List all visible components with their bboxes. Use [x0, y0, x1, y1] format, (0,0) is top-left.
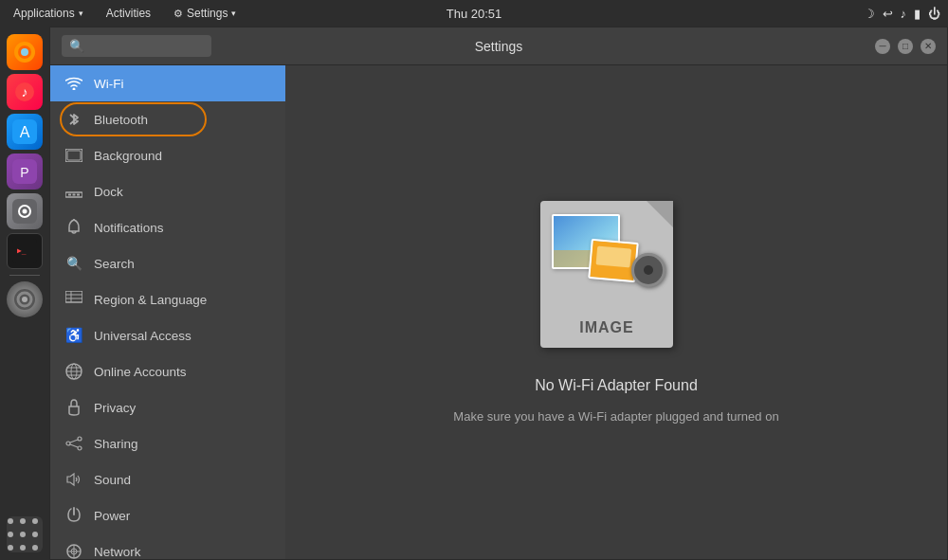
sound-icon: [65, 471, 82, 488]
no-wifi-subtitle: Make sure you have a Wi-Fi adapter plugg…: [453, 409, 778, 424]
svg-rect-19: [67, 151, 81, 160]
svg-rect-25: [65, 291, 82, 302]
applications-chevron: ▾: [79, 9, 83, 18]
doc-photos: [552, 214, 637, 280]
topbar: Applications ▾ Activities ⚙ Settings ▾ T…: [0, 0, 948, 27]
dock-firefox[interactable]: [7, 34, 43, 70]
power-label: Power: [94, 509, 270, 523]
minimize-button[interactable]: ─: [875, 39, 890, 54]
svg-text:A: A: [20, 124, 30, 140]
topbar-clock: Thu 20:51: [447, 7, 502, 21]
dock-divider: [9, 275, 40, 276]
doc-corner: [647, 201, 673, 227]
window-title: Settings: [475, 39, 523, 54]
battery-icon[interactable]: ▮: [914, 7, 921, 21]
dock-ring[interactable]: [7, 281, 43, 317]
universal-access-icon: ♿: [65, 327, 82, 344]
search-icon: 🔍: [69, 39, 84, 53]
sidebar-item-bluetooth[interactable]: Bluetooth: [50, 101, 285, 137]
power-icon[interactable]: ⏻: [928, 7, 940, 21]
sound-label: Sound: [94, 473, 270, 487]
network-label: Network: [94, 545, 270, 559]
notifications-icon: [65, 219, 82, 236]
sidebar-item-search[interactable]: 🔍 Search: [50, 245, 285, 281]
sidebar-item-universal-access[interactable]: ♿ Universal Access: [50, 317, 285, 353]
svg-point-35: [78, 446, 82, 450]
sidebar-item-sharing[interactable]: Sharing: [50, 425, 285, 461]
dock-icon-sidebar: [65, 183, 82, 200]
sidebar-item-sound[interactable]: Sound: [50, 461, 285, 497]
search-label: Search: [94, 257, 270, 271]
topbar-settings-menu[interactable]: ⚙ Settings ▾: [168, 5, 242, 22]
maximize-button[interactable]: □: [898, 39, 913, 54]
close-button[interactable]: ✕: [921, 39, 936, 54]
svg-rect-22: [73, 194, 76, 196]
no-wifi-title: No Wi-Fi Adapter Found: [535, 377, 698, 394]
dock-settings[interactable]: [7, 193, 43, 229]
main-panel: IMAGE No Wi-Fi Adapter Found Make sure y…: [285, 65, 947, 559]
bluetooth-icon: [65, 111, 82, 128]
svg-point-16: [22, 297, 27, 302]
dock-music[interactable]: ♪: [7, 74, 43, 110]
image-label-text: IMAGE: [579, 319, 633, 336]
settings-sidebar: Wi-Fi Bluetooth: [50, 65, 285, 559]
power-sidebar-icon: [65, 507, 82, 524]
photo-yellow: [588, 239, 638, 282]
svg-point-2: [21, 48, 28, 56]
dock-purple-app[interactable]: P: [7, 154, 43, 190]
topbar-applications[interactable]: Applications ▾: [8, 5, 89, 22]
svg-marker-39: [67, 474, 74, 485]
dock-appstore[interactable]: A: [7, 114, 43, 150]
svg-rect-52: [596, 245, 632, 267]
svg-text:P: P: [20, 165, 28, 180]
sidebar-item-online-accounts[interactable]: Online Accounts: [50, 353, 285, 389]
settings-menu-label: Settings: [187, 7, 228, 20]
sidebar-item-dock[interactable]: Dock: [50, 173, 285, 209]
wifi-icon: [65, 75, 82, 92]
notifications-label: Notifications: [94, 221, 270, 235]
sidebar-item-network[interactable]: Network: [50, 533, 285, 559]
svg-text:▶_: ▶_: [17, 246, 27, 255]
applications-label: Applications: [13, 7, 75, 20]
topbar-right: ☽ ↩ ♪ ▮ ⏻: [864, 7, 941, 21]
svg-line-37: [70, 440, 78, 443]
universal-access-label: Universal Access: [94, 329, 270, 343]
dock-terminal[interactable]: ▶_: [7, 233, 43, 269]
window-content: Wi-Fi Bluetooth: [50, 65, 947, 559]
region-label: Region & Language: [94, 293, 270, 307]
sidebar-item-notifications[interactable]: Notifications: [50, 209, 285, 245]
window-controls: ─ □ ✕: [875, 39, 936, 54]
sidebar-item-region[interactable]: Region & Language: [50, 281, 285, 317]
svg-line-38: [70, 444, 78, 447]
activities-label: Activities: [106, 7, 151, 20]
svg-point-36: [66, 442, 70, 445]
dock-apps-grid-button[interactable]: [7, 516, 43, 552]
settings-window: 🔍 Settings ─ □ ✕: [49, 27, 948, 560]
undo-icon[interactable]: ↩: [883, 7, 893, 21]
region-icon: [65, 291, 82, 308]
titlebar-search-box[interactable]: 🔍: [62, 35, 211, 57]
sharing-label: Sharing: [94, 437, 270, 451]
sidebar-item-background[interactable]: Background: [50, 137, 285, 173]
svg-point-34: [78, 437, 82, 441]
privacy-label: Privacy: [94, 401, 270, 415]
sidebar-item-privacy[interactable]: Privacy: [50, 389, 285, 425]
sidebar-item-power[interactable]: Power: [50, 497, 285, 533]
sharing-icon: [65, 435, 82, 452]
image-doc: IMAGE: [540, 201, 673, 348]
moon-icon[interactable]: ☽: [864, 7, 875, 21]
sidebar-item-wifi[interactable]: Wi-Fi: [50, 65, 285, 101]
search-input[interactable]: [90, 39, 204, 53]
titlebar: 🔍 Settings ─ □ ✕: [50, 27, 947, 65]
online-accounts-label: Online Accounts: [94, 365, 270, 379]
bluetooth-label: Bluetooth: [94, 113, 270, 127]
svg-point-11: [23, 209, 27, 214]
settings-chevron: ▾: [231, 9, 236, 18]
background-icon: [65, 147, 82, 164]
topbar-activities[interactable]: Activities: [100, 5, 156, 22]
image-pin: [631, 253, 665, 287]
svg-text:♪: ♪: [22, 84, 28, 99]
volume-icon[interactable]: ♪: [901, 7, 907, 21]
online-accounts-icon: [65, 363, 82, 380]
dock-label: Dock: [94, 185, 270, 199]
